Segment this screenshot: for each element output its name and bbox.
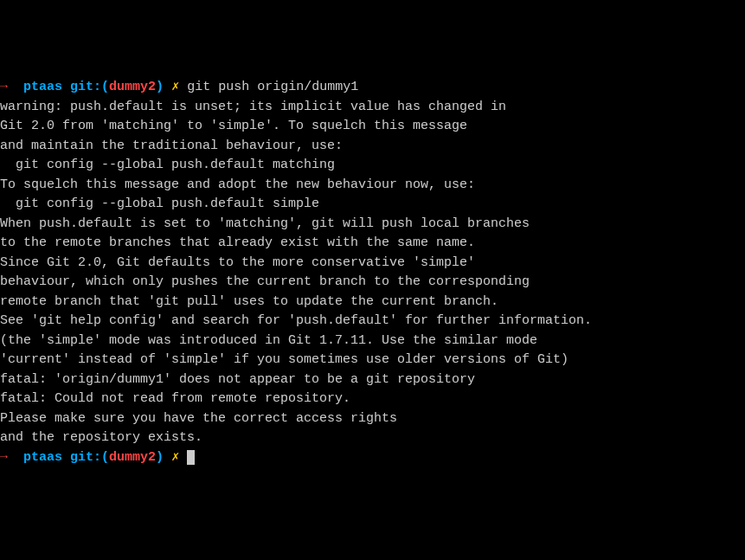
output-line: and maintain the traditional behaviour, … bbox=[0, 137, 745, 157]
output-line: fatal: 'origin/dummy1' does not appear t… bbox=[0, 370, 745, 390]
output-line: to the remote branches that already exis… bbox=[0, 234, 745, 254]
output-line: See 'git help config' and search for 'pu… bbox=[0, 312, 745, 331]
prompt-line-1: → ptaas git:(dummy2) ✗ git push origin/d… bbox=[0, 78, 745, 98]
output-line: Git 2.0 from 'matching' to 'simple'. To … bbox=[0, 117, 745, 137]
prompt-git-close: ) bbox=[156, 80, 164, 94]
prompt-branch: dummy2 bbox=[109, 450, 156, 465]
prompt-branch: dummy2 bbox=[109, 80, 156, 94]
output-line: (the 'simple' mode was introduced in Git… bbox=[0, 331, 745, 351]
output-line: and the repository exists. bbox=[0, 428, 745, 448]
prompt-arrow: → bbox=[0, 80, 8, 94]
cursor-icon bbox=[187, 450, 195, 465]
output-line: fatal: Could not read from remote reposi… bbox=[0, 389, 745, 409]
prompt-symbol: ✗ bbox=[171, 80, 179, 94]
prompt-git-label: git:( bbox=[70, 80, 109, 94]
output-line: git config --global push.default matchin… bbox=[0, 156, 745, 176]
output-line: Please make sure you have the correct ac… bbox=[0, 409, 745, 429]
prompt-line-2[interactable]: → ptaas git:(dummy2) ✗ bbox=[0, 448, 745, 468]
output-line: git config --global push.default simple bbox=[0, 195, 745, 215]
prompt-git-label: git:( bbox=[70, 450, 109, 465]
prompt-arrow: → bbox=[0, 450, 8, 465]
prompt-directory: ptaas bbox=[23, 450, 62, 465]
prompt-git-close: ) bbox=[156, 450, 164, 465]
output-line: Since Git 2.0, Git defaults to the more … bbox=[0, 254, 745, 274]
output-line: remote branch that 'git pull' uses to up… bbox=[0, 293, 745, 312]
output-line: behaviour, which only pushes the current… bbox=[0, 273, 745, 293]
prompt-symbol: ✗ bbox=[171, 450, 179, 465]
prompt-directory: ptaas bbox=[23, 80, 62, 94]
output-line: warning: push.default is unset; its impl… bbox=[0, 98, 745, 118]
output-line: To squelch this message and adopt the ne… bbox=[0, 176, 745, 196]
terminal-window[interactable]: → ptaas git:(dummy2) ✗ git push origin/d… bbox=[0, 78, 745, 467]
command-input: git push origin/dummy1 bbox=[187, 80, 358, 94]
output-line: 'current' instead of 'simple' if you som… bbox=[0, 351, 745, 370]
output-line: When push.default is set to 'matching', … bbox=[0, 215, 745, 235]
